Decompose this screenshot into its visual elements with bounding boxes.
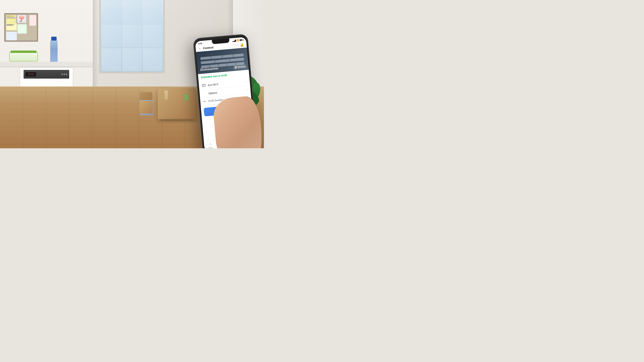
svg-point-7 xyxy=(203,85,204,86)
chevron-icon: › xyxy=(247,88,248,91)
window xyxy=(99,0,165,73)
panel-button xyxy=(66,73,67,75)
rack-bar xyxy=(230,57,244,61)
rack-bar xyxy=(234,53,244,57)
window-pane xyxy=(122,1,142,24)
glass-item xyxy=(184,94,188,100)
window-pane xyxy=(142,24,162,47)
svg-point-5 xyxy=(19,20,22,22)
panel-button xyxy=(62,73,63,75)
chair-seat xyxy=(139,101,153,113)
chair-left xyxy=(138,92,154,113)
appliance-image: Dishwasher B BOSCH xyxy=(196,47,249,74)
back-button[interactable]: ← xyxy=(198,46,202,50)
status-icons: ▂▄█ 📶 xyxy=(232,39,243,42)
eco-option-label: Eco 50°C xyxy=(208,80,246,86)
sticky-note xyxy=(6,23,17,30)
window-pane xyxy=(102,1,121,24)
signal-icon: ▂▄█ xyxy=(232,39,236,42)
window-pane xyxy=(102,48,121,71)
bottle-body xyxy=(50,40,58,62)
window-pane xyxy=(102,24,121,47)
nav-label-home: Home xyxy=(208,146,213,148)
container-box xyxy=(9,52,38,61)
dishwasher-panel: 00:00 xyxy=(24,70,69,79)
window-pane xyxy=(142,1,162,24)
chevron-icon: › xyxy=(246,80,247,83)
battery-tip xyxy=(243,39,244,40)
sticky-note xyxy=(6,32,17,40)
sticky-note xyxy=(18,24,27,33)
sticky-note xyxy=(18,15,26,23)
heart-icon[interactable]: ♡ xyxy=(235,43,238,47)
window-pane xyxy=(122,24,142,47)
vase-item xyxy=(164,90,168,100)
rack-bar xyxy=(219,63,227,67)
counter-top xyxy=(0,62,93,67)
smartphone: 9:41 ▂▄█ 📶 ← Control xyxy=(193,34,257,148)
dining-table xyxy=(158,88,196,119)
water-bottle xyxy=(50,37,58,62)
status-time: 9:41 xyxy=(198,42,202,45)
nav-item-home[interactable]: ⌂ Home xyxy=(204,141,217,148)
bosch-brand-label: BOSCH xyxy=(238,65,246,68)
table-shadow xyxy=(160,119,194,121)
header-icons: ♡ 🔔 xyxy=(235,43,244,47)
panel-display: 00:00 xyxy=(26,72,36,76)
arrow-icon xyxy=(203,100,206,102)
svg-rect-6 xyxy=(202,84,206,87)
panel-buttons xyxy=(62,73,67,75)
bosch-emblem: B xyxy=(234,66,238,69)
hand xyxy=(212,95,264,148)
rack-bar xyxy=(216,59,229,63)
battery-fill xyxy=(240,39,242,40)
window-pane xyxy=(122,48,142,71)
hand-shape xyxy=(212,95,264,148)
rack-bar xyxy=(212,55,222,59)
sticky-note xyxy=(29,15,36,26)
options-label: Options xyxy=(208,89,247,95)
options-spacer xyxy=(202,91,207,96)
home-icon: ⌂ xyxy=(209,142,212,146)
bulletin-board: Weekly Planner xyxy=(4,13,38,42)
window-grid xyxy=(101,0,163,72)
dishwasher-icon xyxy=(202,83,206,88)
svg-rect-8 xyxy=(204,84,205,85)
wifi-icon: 📶 xyxy=(236,39,239,41)
rack-bar xyxy=(200,56,210,60)
rack-bar xyxy=(201,60,215,64)
rack-bar xyxy=(222,54,233,58)
bottle-cap xyxy=(51,37,56,40)
panel-button xyxy=(64,73,65,75)
svg-point-3 xyxy=(21,15,22,18)
window-pane xyxy=(142,48,162,71)
battery-icon xyxy=(240,39,243,41)
room-background: Weekly Planner xyxy=(0,0,264,148)
bell-icon[interactable]: 🔔 xyxy=(240,43,244,47)
container-lid xyxy=(11,50,36,53)
